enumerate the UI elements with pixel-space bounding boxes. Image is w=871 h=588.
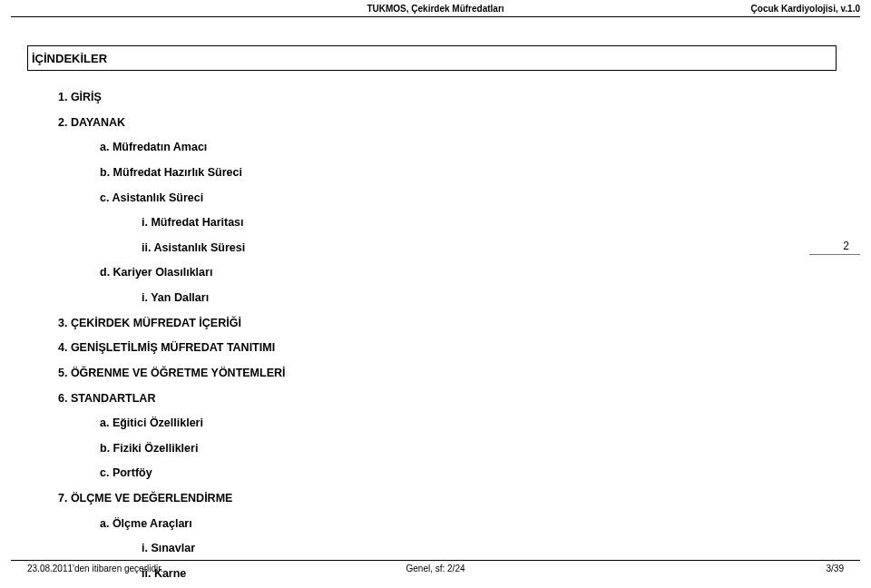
table-of-contents: 1. GİRİŞ 2. DAYANAK a. Müfredatın Amacı … [42,80,644,582]
header-center: TUKMOS, Çekirdek Müfredatları [367,4,504,14]
title-box: İÇİNDEKİLER [27,45,837,71]
footer-center: Genel, sf: 2/24 [406,564,465,573]
toc-sub-item: c. Asistanlık Süreci [100,191,644,206]
toc-sub-item: a. Müfredatın Amacı [100,141,644,155]
toc-item: 3. ÇEKİRDEK MÜFREDAT İÇERİĞİ [58,317,644,331]
toc-item: 6. STANDARTLAR [58,392,644,407]
header-right: Çocuk Kardiyolojisi, v.1.0 [751,4,860,14]
header-rule [11,16,860,17]
toc-subsub-item: i. Sınavlar [142,542,644,556]
footer-right: 3/39 [827,564,844,573]
document-page: TUKMOS, Çekirdek Müfredatları Çocuk Kard… [0,0,871,588]
toc-item: 2. DAYANAK [58,116,644,131]
toc-sub-item: c. Portföy [100,466,644,481]
toc-subsub-item: i. Yan Dalları [142,291,644,306]
toc-item: 1. GİRİŞ [58,91,644,105]
toc-subsub-item: i. Müfredat Haritası [142,216,644,230]
toc-item: 5. ÖĞRENME VE ÖĞRETME YÖNTEMLERİ [58,367,644,381]
side-mark-line [809,254,860,255]
toc-sub-item: b. Müfredat Hazırlık Süreci [100,166,644,181]
toc-sub-item: b. Fiziki Özellikleri [100,442,644,456]
toc-item: 4. GENİŞLETİLMİŞ MÜFREDAT TANITIMI [58,341,644,356]
toc-sub-item: a. Eğitici Özellikleri [100,416,644,431]
footer-left: 23.08.2011'den itibaren geçerlidir. [27,564,163,573]
toc-sub-item: a. Ölçme Araçları [100,517,644,532]
toc-sub-item: d. Kariyer Olasılıkları [100,266,644,280]
side-page-number: 2 [843,240,849,252]
title-box-text: İÇİNDEKİLER [32,52,107,65]
toc-subsub-item: ii. Asistanlık Süresi [142,241,644,256]
footer-rule [11,560,860,561]
toc-item: 7. ÖLÇME VE DEĞERLENDİRME [58,492,644,506]
header-row: TUKMOS, Çekirdek Müfredatları Çocuk Kard… [11,4,860,14]
footer-row: 23.08.2011'den itibaren geçerlidir. Gene… [27,564,844,573]
